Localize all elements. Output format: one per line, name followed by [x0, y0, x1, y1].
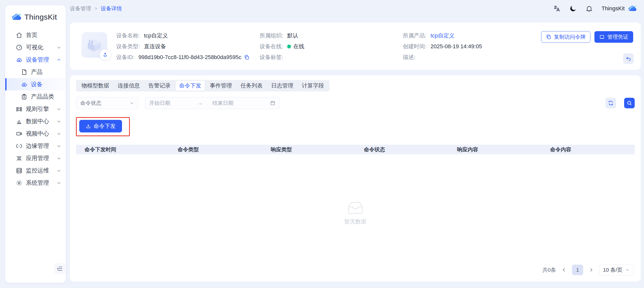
column-header: 命令下发时间: [76, 146, 169, 153]
device-id-field: 设备ID: 998d19b0-7cc8-11f0-8d43-258b0da959…: [116, 52, 255, 63]
cloud-icon: [16, 57, 22, 63]
next-page-icon[interactable]: [589, 267, 594, 272]
chevron-down-icon: [130, 101, 134, 105]
tab-alarm-records[interactable]: 告警记录: [145, 81, 174, 91]
tab-command-delivery[interactable]: 命令下发: [176, 81, 205, 91]
search-button[interactable]: [624, 98, 635, 108]
chevron-down-icon: [57, 45, 61, 50]
sidebar-item-label: 产品品类: [31, 93, 54, 101]
edge-icon: [16, 143, 22, 149]
chevron-down-icon: [57, 119, 61, 124]
copy-access-token-button[interactable]: 复制访问令牌: [541, 31, 590, 43]
sidebar-item-rule-engine[interactable]: 规则引擎: [5, 103, 66, 115]
tab-log-management[interactable]: 日志管理: [268, 81, 297, 91]
upload-image-button[interactable]: [100, 49, 111, 60]
breadcrumb-separator: >: [95, 6, 97, 11]
credential-card-icon: [599, 34, 605, 40]
device-product-label: 所属产品:: [403, 32, 426, 39]
avatar: [628, 5, 637, 12]
sidebar-collapse-button[interactable]: [54, 263, 65, 274]
sidebar-item-device-management[interactable]: 设备管理: [5, 54, 66, 66]
column-header: 命令内容: [542, 146, 635, 153]
sidebar-item-app-management[interactable]: 应用管理: [5, 152, 66, 164]
device-desc-label: 描述:: [403, 54, 415, 61]
device-product-field: 所属产品: tcp自定义: [403, 30, 541, 41]
topbar-actions: ThingsKit: [553, 5, 641, 12]
sidebar-item-label: 规则引擎: [26, 105, 49, 113]
device-online-field: 设备在线: 在线: [260, 41, 398, 52]
sidebar-item-label: 产品: [31, 68, 43, 76]
device-actions: 复制访问令牌 管理凭证: [541, 30, 633, 63]
tab-connection-info[interactable]: 连接信息: [114, 81, 143, 91]
sidebar-item-video-center[interactable]: 视频中心: [5, 127, 66, 140]
chevron-down-icon: [57, 107, 61, 111]
manage-credentials-label: 管理凭证: [607, 33, 628, 40]
video-icon: [16, 130, 22, 137]
tab-thing-model-data[interactable]: 物模型数据: [78, 81, 113, 91]
sidebar-item-label: 数据中心: [26, 117, 49, 125]
sidebar-item-home[interactable]: 首页: [5, 29, 66, 41]
brand-logo[interactable]: ThingsKit: [5, 12, 66, 29]
language-icon[interactable]: [553, 5, 561, 12]
copy-id-icon[interactable]: [244, 55, 250, 60]
end-date-placeholder: 结束日期: [212, 100, 233, 107]
device-name-label: 设备名称:: [116, 32, 140, 39]
filter-row: 命令状态 开始日期 → 结束日期: [76, 97, 635, 109]
tab-event-management[interactable]: 事件管理: [206, 81, 235, 91]
search-icon: [626, 100, 632, 106]
tab-computed-fields[interactable]: 计算字段: [298, 81, 328, 91]
gear-icon: [16, 180, 22, 186]
topbar: 设备管理 > 设备详情 ThingsKit: [70, 0, 641, 17]
device-org-value: 默认: [287, 32, 298, 39]
device-product-link[interactable]: tcp自定义: [430, 32, 454, 39]
upload-icon: [102, 52, 108, 58]
dark-mode-moon-icon[interactable]: [569, 5, 577, 12]
send-command-button[interactable]: 命令下发: [79, 120, 122, 132]
device-tag-field: 设备标签:: [260, 52, 398, 63]
page-size-select[interactable]: 10 条/页: [599, 264, 633, 275]
device-name-field: 设备名称: tcp自定义: [116, 30, 255, 41]
device-created-value: 2025-08-19 14:49:05: [430, 43, 482, 50]
sidebar-nav: 首页 可视化 设备管理 产品 设备 产品品类 规则引擎: [5, 29, 66, 189]
column-header: 响应类型: [262, 146, 355, 153]
brand-name: ThingsKit: [24, 13, 57, 21]
manage-credentials-button[interactable]: 管理凭证: [594, 31, 633, 43]
tab-strip: 物模型数据 连接信息 告警记录 命令下发 事件管理 任务列表 日志管理 计算字段: [76, 80, 330, 91]
empty-text: 暂无数据: [344, 218, 367, 225]
breadcrumb: 设备管理 > 设备详情: [70, 5, 122, 12]
empty-inbox-icon: [347, 201, 364, 214]
back-button[interactable]: [623, 53, 634, 64]
pagination-total: 共0条: [542, 266, 556, 273]
chevron-down-icon: [57, 131, 61, 136]
online-status-dot: [287, 45, 291, 48]
chevron-down-icon: [57, 181, 61, 185]
sidebar-item-product-category[interactable]: 产品品类: [5, 90, 66, 103]
red-annotation-box: 命令下发: [76, 117, 130, 136]
monitor-icon: [16, 167, 22, 174]
page-number-button[interactable]: 1: [572, 265, 583, 275]
user-menu[interactable]: ThingsKit: [601, 5, 637, 12]
chevron-down-icon: [625, 268, 629, 272]
refresh-button[interactable]: [606, 98, 616, 108]
sidebar-item-products[interactable]: 产品: [5, 66, 66, 78]
column-header: 命令状态: [355, 146, 448, 153]
command-toolbar: 命令下发: [76, 117, 635, 136]
sidebar-item-edge-management[interactable]: 边缘管理: [5, 140, 66, 152]
sidebar-item-monitoring-ops[interactable]: 监控运维: [5, 164, 66, 177]
breadcrumb-device-management[interactable]: 设备管理: [70, 5, 91, 12]
command-download-icon: [86, 123, 91, 129]
date-range-input[interactable]: 开始日期 → 结束日期: [145, 97, 280, 109]
device-type-label: 设备类型:: [116, 43, 140, 50]
sidebar-item-label: 系统管理: [26, 179, 49, 187]
device-3d-box-illustration: [86, 37, 102, 53]
notification-bell-icon[interactable]: [585, 5, 593, 12]
sidebar-item-devices[interactable]: 设备: [5, 78, 66, 90]
sidebar-item-visualization[interactable]: 可视化: [5, 41, 66, 54]
prev-page-icon[interactable]: [561, 267, 567, 272]
sidebar-item-data-center[interactable]: 数据中心: [5, 115, 66, 127]
command-status-select[interactable]: 命令状态: [76, 97, 138, 109]
sidebar-item-label: 可视化: [26, 43, 43, 51]
sidebar-item-system-management[interactable]: 系统管理: [5, 177, 66, 189]
device-id-label: 设备ID:: [116, 54, 134, 61]
tab-task-list[interactable]: 任务列表: [237, 81, 266, 91]
